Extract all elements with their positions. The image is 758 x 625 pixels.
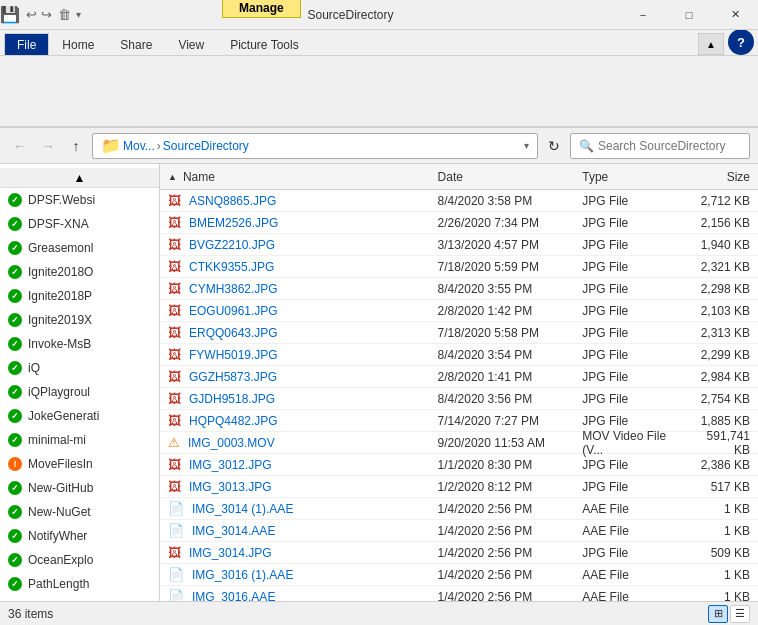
file-name: GJDH9518.JPG [189, 392, 275, 406]
sidebar-item[interactable]: ✓OceanExplo [0, 548, 159, 572]
table-row[interactable]: 📄 IMG_3014.AAE 1/4/2020 2:56 PM AAE File… [160, 520, 758, 542]
list-view-button[interactable]: ☰ [730, 605, 750, 623]
file-size: 1 KB [681, 568, 758, 582]
table-row[interactable]: 🖼 ERQQ0643.JPG 7/18/2020 5:58 PM JPG Fil… [160, 322, 758, 344]
sidebar-item-label: New-NuGet [28, 505, 91, 519]
sidebar-item[interactable]: ✓PathLength [0, 572, 159, 596]
file-icon: 🖼 [168, 193, 181, 208]
ribbon-tabs: File Home Share View Picture Tools ▲ ? [0, 30, 758, 56]
minimize-button[interactable]: − [620, 0, 666, 30]
file-date: 8/4/2020 3:56 PM [430, 392, 575, 406]
file-size: 517 KB [681, 480, 758, 494]
file-size: 509 KB [681, 546, 758, 560]
sidebar-item[interactable]: ✓iQPlaygroul [0, 380, 159, 404]
table-row[interactable]: 🖼 GGZH5873.JPG 2/8/2020 1:41 PM JPG File… [160, 366, 758, 388]
file-type: JPG File [574, 326, 680, 340]
table-row[interactable]: 🖼 IMG_3014.JPG 1/4/2020 2:56 PM JPG File… [160, 542, 758, 564]
sidebar-item[interactable]: ✓JokeGenerati [0, 404, 159, 428]
table-row[interactable]: 📄 IMG_3016.AAE 1/4/2020 2:56 PM AAE File… [160, 586, 758, 601]
file-name: EOGU0961.JPG [189, 304, 278, 318]
sidebar-item[interactable]: ✓DPSF-XNA [0, 212, 159, 236]
ribbon-collapse-btn[interactable]: ▲ [698, 33, 724, 55]
sidebar-item[interactable]: ✓Invoke-MsB [0, 332, 159, 356]
table-row[interactable]: 🖼 ASNQ8865.JPG 8/4/2020 3:58 PM JPG File… [160, 190, 758, 212]
sidebar-item[interactable]: ✓New-GitHub [0, 476, 159, 500]
table-row[interactable]: 🖼 BMEM2526.JPG 2/26/2020 7:34 PM JPG Fil… [160, 212, 758, 234]
file-date: 8/4/2020 3:54 PM [430, 348, 575, 362]
sidebar-scroll-up[interactable]: ▲ [0, 168, 159, 188]
tab-share[interactable]: Share [107, 33, 165, 55]
sidebar-item-label: NotifyWher [28, 529, 87, 543]
search-input[interactable] [598, 139, 741, 153]
sidebar-item[interactable]: ✓Greasemonl [0, 236, 159, 260]
file-icon: 🖼 [168, 545, 181, 560]
file-type: JPG File [574, 216, 680, 230]
table-row[interactable]: 🖼 BVGZ2210.JPG 3/13/2020 4:57 PM JPG Fil… [160, 234, 758, 256]
table-row[interactable]: 🖼 IMG_3013.JPG 1/2/2020 8:12 PM JPG File… [160, 476, 758, 498]
header-type[interactable]: Type [574, 170, 680, 184]
breadcrumb-parent[interactable]: Mov... [123, 139, 155, 153]
file-icon: 🖼 [168, 369, 181, 384]
file-date: 1/4/2020 2:56 PM [430, 524, 575, 538]
tab-file[interactable]: File [4, 33, 49, 55]
window-controls: − □ ✕ [620, 0, 758, 30]
file-date: 1/2/2020 8:12 PM [430, 480, 575, 494]
refresh-button[interactable]: ↻ [542, 134, 566, 158]
sidebar-item[interactable]: ✓New-NuGet [0, 500, 159, 524]
table-row[interactable]: 🖼 GJDH9518.JPG 8/4/2020 3:56 PM JPG File… [160, 388, 758, 410]
file-rows-container: 🖼 ASNQ8865.JPG 8/4/2020 3:58 PM JPG File… [160, 190, 758, 601]
file-name: ASNQ8865.JPG [189, 194, 276, 208]
view-controls: ⊞ ☰ [708, 605, 750, 623]
file-type: JPG File [574, 458, 680, 472]
file-date: 2/8/2020 1:42 PM [430, 304, 575, 318]
sidebar-item[interactable]: ✓NotifyWher [0, 524, 159, 548]
forward-button[interactable]: → [36, 134, 60, 158]
file-icon: 🖼 [168, 303, 181, 318]
file-name: FYWH5019.JPG [189, 348, 278, 362]
tab-view[interactable]: View [165, 33, 217, 55]
tab-home[interactable]: Home [49, 33, 107, 55]
table-row[interactable]: 📄 IMG_3014 (1).AAE 1/4/2020 2:56 PM AAE … [160, 498, 758, 520]
file-name: HQPQ4482.JPG [189, 414, 278, 428]
table-row[interactable]: 🖼 IMG_3012.JPG 1/1/2020 8:30 PM JPG File… [160, 454, 758, 476]
manage-tab[interactable]: Manage [222, 0, 301, 18]
table-row[interactable]: 🖼 EOGU0961.JPG 2/8/2020 1:42 PM JPG File… [160, 300, 758, 322]
up-button[interactable]: ↑ [64, 134, 88, 158]
sidebar-item-label: Ignite2019X [28, 313, 92, 327]
table-row[interactable]: 📄 IMG_3016 (1).AAE 1/4/2020 2:56 PM AAE … [160, 564, 758, 586]
table-row[interactable]: 🖼 CYMH3862.JPG 8/4/2020 3:55 PM JPG File… [160, 278, 758, 300]
sidebar-item[interactable]: ✓iQ [0, 356, 159, 380]
close-button[interactable]: ✕ [712, 0, 758, 30]
header-name[interactable]: ▲ Name [160, 170, 430, 184]
help-button[interactable]: ? [728, 29, 754, 55]
grid-view-button[interactable]: ⊞ [708, 605, 728, 623]
sidebar-item[interactable]: ✓DPSF.Websi [0, 188, 159, 212]
header-size[interactable]: Size [681, 170, 758, 184]
file-icon: 🖼 [168, 391, 181, 406]
breadcrumb-current[interactable]: SourceDirectory [163, 139, 249, 153]
tab-picture-tools[interactable]: Picture Tools [217, 33, 311, 55]
file-date: 7/18/2020 5:59 PM [430, 260, 575, 274]
header-date[interactable]: Date [430, 170, 575, 184]
table-row[interactable]: ⚠ IMG_0003.MOV 9/20/2020 11:53 AM MOV Vi… [160, 432, 758, 454]
sidebar-item[interactable]: !MoveFilesIn [0, 452, 159, 476]
file-size: 2,103 KB [681, 304, 758, 318]
table-row[interactable]: 🖼 FYWH5019.JPG 8/4/2020 3:54 PM JPG File… [160, 344, 758, 366]
file-name: IMG_3016 (1).AAE [192, 568, 293, 582]
maximize-button[interactable]: □ [666, 0, 712, 30]
search-box[interactable]: 🔍 [570, 133, 750, 159]
file-icon: 🖼 [168, 215, 181, 230]
back-button[interactable]: ← [8, 134, 32, 158]
sidebar-item[interactable]: ✓Ignite2019X [0, 308, 159, 332]
file-date: 9/20/2020 11:53 AM [430, 436, 575, 450]
file-icon: 🖼 [168, 413, 181, 428]
sidebar-item[interactable]: ✓Ignite2018O [0, 260, 159, 284]
sidebar-item[interactable]: ✓minimal-mi [0, 428, 159, 452]
address-expand-icon[interactable]: ▾ [524, 140, 529, 151]
table-row[interactable]: 🖼 CTKK9355.JPG 7/18/2020 5:59 PM JPG Fil… [160, 256, 758, 278]
address-box[interactable]: 📁 Mov... › SourceDirectory ▾ [92, 133, 538, 159]
sidebar-item[interactable]: ✓Ignite2018P [0, 284, 159, 308]
file-type: JPG File [574, 260, 680, 274]
sidebar-item[interactable]: ✓PitchGames [0, 596, 159, 601]
file-icon: 🖼 [168, 237, 181, 252]
